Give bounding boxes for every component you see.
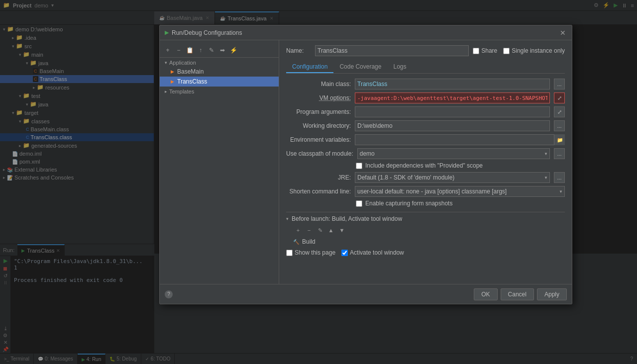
templates-section-arrow[interactable]: ▸ [165,89,167,94]
snapshots-checkbox[interactable] [356,200,362,207]
main-class-browse-btn[interactable]: ... [554,79,565,90]
share-label: Share [481,47,497,54]
cfg-edit-btn[interactable]: ✎ [207,45,216,55]
ok-button[interactable]: OK [474,288,497,300]
vm-options-row: VM options: ⤢ [286,92,565,103]
transclass-cfg-icon: ▶ [171,79,174,84]
dialog-title: ▶ Run/Debug Configurations [165,29,242,36]
cfg-add-btn[interactable]: + [163,45,173,55]
launch-up-btn[interactable]: ▲ [326,225,336,235]
config-section-templates: ▸ Templates [160,87,279,95]
before-launch-arrow[interactable]: ▾ [286,216,289,221]
shorten-cmd-select[interactable]: user-local default: none - java [options… [355,186,565,197]
cfg-up-btn[interactable]: ↑ [196,45,206,55]
config-item-basemain[interactable]: ▶ BaseMain [160,67,279,77]
program-args-label: Program arguments: [286,108,351,115]
dialog-close-btn[interactable]: ✕ [559,29,567,37]
cfg-copy-btn[interactable]: 📋 [185,45,195,55]
launch-remove-btn[interactable]: − [304,225,314,235]
config-right-panel: Name: Share Single instance only [279,40,572,284]
config-tabs: Configuration Code Coverage Logs [286,61,565,74]
env-vars-folder-btn[interactable]: 📁 [554,134,565,145]
tab-logs[interactable]: Logs [387,61,412,73]
dialog-footer: ? OK Cancel Apply [160,284,572,304]
working-dir-browse-btn[interactable]: ... [554,120,565,131]
activate-window-checkbox[interactable] [341,250,348,256]
name-input[interactable] [315,45,469,56]
program-args-input[interactable] [355,106,550,117]
single-instance-text: Single instance only [512,47,565,54]
main-class-row: Main class: ... [286,79,565,90]
app-section-label: Application [169,60,196,66]
name-label: Name: [286,47,311,54]
basemain-cfg-label: BaseMain [177,68,204,75]
single-instance-checkbox[interactable] [503,48,510,54]
env-vars-row: Environment variables: 📁 [286,134,565,145]
config-tree-toolbar: + − 📋 ↑ ✎ ➡ ⚡ [160,43,279,58]
launch-item-build: 🔨 Build [286,237,565,246]
dialog-title-bar: ▶ Run/Debug Configurations ✕ [160,25,572,40]
config-section-application: ▾ Application ▶ BaseMain ▶ TransClass [160,58,279,87]
program-args-expand-btn[interactable]: ⤢ [554,106,565,117]
launch-edit-btn[interactable]: ✎ [315,225,325,235]
show-page-checkbox[interactable] [286,250,293,256]
jre-btn[interactable]: ... [554,172,565,183]
include-deps-label: Include dependencies with "Provided" sco… [365,162,483,169]
share-checkbox[interactable] [473,48,479,54]
templates-section-label: Templates [169,89,194,94]
working-dir-row: Working directory: ... [286,120,565,131]
before-launch-section: ▾ Before launch: Build, Activate tool wi… [286,212,565,246]
include-deps-row: Include dependencies with "Provided" sco… [286,162,565,169]
launch-toolbar: + − ✎ ▲ ▼ [286,225,565,235]
application-header: ▾ Application [160,58,279,67]
cfg-remove-btn[interactable]: − [174,45,184,55]
show-page-text: Show this page [295,249,335,256]
include-deps-checkbox[interactable] [356,163,362,169]
snapshots-row: Enable capturing form snapshots [286,200,565,207]
working-dir-input[interactable] [355,120,550,131]
tab-code-coverage[interactable]: Code Coverage [333,61,387,73]
classpath-btn[interactable]: ... [554,148,565,159]
tab-configuration[interactable]: Configuration [286,61,333,73]
app-section-arrow[interactable]: ▾ [165,60,167,65]
dialog-title-text: Run/Debug Configurations [172,29,242,36]
before-launch-label: Before launch: Build, Activate tool wind… [292,215,402,222]
name-row: Name: Share Single instance only [286,45,565,56]
transclass-cfg-label: TransClass [177,78,207,85]
before-launch-header: ▾ Before launch: Build, Activate tool wi… [286,215,565,222]
vm-options-expand-btn[interactable]: ⤢ [554,92,565,103]
cfg-share-btn[interactable]: ➡ [217,45,227,55]
run-debug-configurations-dialog: ▶ Run/Debug Configurations ✕ + − 📋 ↑ ✎ ➡… [159,25,572,304]
single-instance-label: Single instance only [503,47,565,54]
shorten-cmd-row: Shorten command line: user-local default… [286,186,565,197]
jre-row: JRE: Default (1.8 - SDK of 'demo' module… [286,172,565,183]
templates-header: ▸ Templates [160,87,279,95]
shorten-cmd-label: Shorten command line: [286,188,351,195]
classpath-label: Use classpath of module: [286,150,353,157]
working-dir-label: Working directory: [286,122,351,129]
launch-add-btn[interactable]: + [293,225,303,235]
jre-select[interactable]: Default (1.8 - SDK of 'demo' module) [355,172,550,183]
show-page-label: Show this page [286,249,335,256]
vm-options-input[interactable] [355,92,550,103]
basemain-cfg-icon: ▶ [171,69,174,74]
main-class-input[interactable] [355,79,550,90]
cfg-run-btn[interactable]: ⚡ [228,45,238,55]
apply-button[interactable]: Apply [537,288,567,300]
launch-down-btn[interactable]: ▼ [337,225,347,235]
config-item-transclass[interactable]: ▶ TransClass [160,77,279,87]
env-vars-input[interactable] [355,134,565,145]
cancel-button[interactable]: Cancel [501,288,534,300]
classpath-row: Use classpath of module: demo ▼ ... [286,148,565,159]
env-vars-label: Environment variables: [286,136,351,143]
vm-options-label: VM options: [286,94,351,101]
snapshots-label: Enable capturing form snapshots [365,200,452,207]
footer-help-icon[interactable]: ? [165,290,173,298]
activate-window-text: Activate tool window [350,249,404,256]
jre-label: JRE: [286,174,351,181]
config-left-panel: + − 📋 ↑ ✎ ➡ ⚡ ▾ Application ▶ B [160,40,279,284]
activate-window-label: Activate tool window [341,249,404,256]
bottom-options-row: Show this page Activate tool window [286,249,565,256]
program-args-row: Program arguments: ⤢ [286,106,565,117]
classpath-select[interactable]: demo [357,148,550,159]
